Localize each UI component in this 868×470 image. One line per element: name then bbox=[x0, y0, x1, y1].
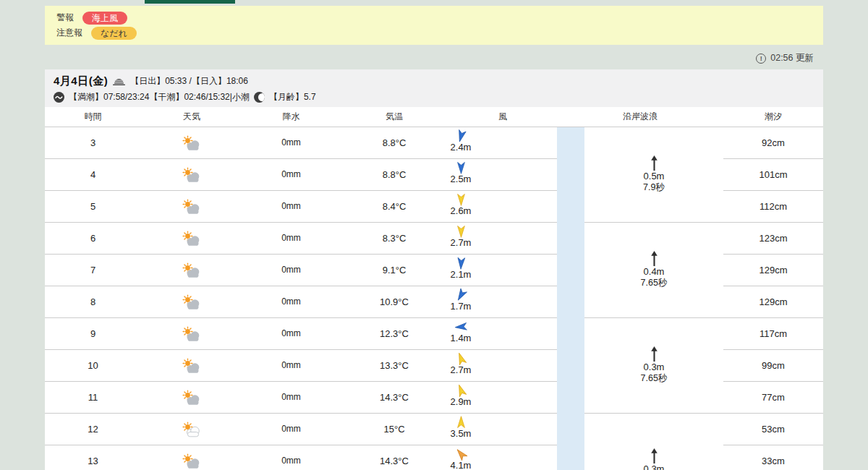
wind-cell: 2.7m bbox=[440, 350, 482, 381]
wind-speed: 1.4m bbox=[440, 333, 482, 343]
temp-cell: 14.3°C bbox=[340, 382, 448, 413]
column-header-precip: 降水 bbox=[242, 107, 340, 127]
wave-direction-arrow bbox=[650, 251, 659, 266]
tide-column: 92cm101cm112cm123cm129cm129cm117cm99cm77… bbox=[723, 127, 823, 470]
temp-cell: 8.3°C bbox=[340, 223, 448, 254]
weather-icon-sun-cloud-light bbox=[182, 422, 202, 437]
temp-cell: 10.9°C bbox=[340, 286, 448, 317]
moon-phase-icon bbox=[254, 92, 265, 103]
weather-icon-sun-cloud bbox=[182, 390, 202, 406]
updated-text: 02:56 更新 bbox=[770, 52, 814, 64]
wind-cell: 2.4m bbox=[440, 127, 482, 158]
time-cell: 12 bbox=[45, 414, 141, 445]
wind-cell: 3.5m bbox=[440, 414, 482, 445]
weather-icon-sun-cloud bbox=[182, 231, 202, 247]
time-cell: 13 bbox=[45, 445, 141, 470]
weather-icon-sun-cloud bbox=[182, 199, 202, 215]
precip-cell: 0mm bbox=[242, 127, 340, 158]
wind-direction-arrow bbox=[456, 416, 467, 429]
time-cell: 10 bbox=[45, 350, 141, 381]
tide-cell: 129cm bbox=[723, 255, 823, 286]
wind-cell: 2.9m bbox=[440, 382, 482, 413]
tide-cell: 33cm bbox=[723, 445, 823, 470]
precip-cell: 0mm bbox=[242, 414, 340, 445]
wind-speed: 2.9m bbox=[440, 396, 482, 407]
alert-box: 警報 海上風 注意報 なだれ bbox=[45, 6, 823, 45]
forecast-row-hour-6: 6 0mm8.3°C 2.7m bbox=[45, 223, 557, 255]
wind-cell: 2.7m bbox=[440, 223, 482, 254]
date-header: 4月4日(金) 【日出】05:33 /【日入】18:06 【満潮】07:58/2… bbox=[45, 69, 823, 107]
date-title: 4月4日(金) bbox=[54, 74, 108, 88]
updated-time: ! 02:56 更新 bbox=[756, 52, 814, 64]
forecast-row-hour-13: 13 0mm14.3°C 4.1m bbox=[45, 445, 557, 470]
forecast-row-hour-8: 8 0mm10.9°C 1.7m bbox=[45, 286, 557, 318]
advisory-badge[interactable]: なだれ bbox=[91, 27, 137, 40]
forecast-row-hour-5: 5 0mm8.4°C 2.6m bbox=[45, 191, 557, 223]
date-line-sun: 4月4日(金) 【日出】05:33 /【日入】18:06 bbox=[54, 74, 823, 89]
wind-cell: 1.7m bbox=[440, 286, 482, 317]
wave-group: 0.5m7.9秒 bbox=[584, 127, 723, 223]
temp-cell: 8.4°C bbox=[340, 191, 448, 222]
temp-cell: 14.3°C bbox=[340, 445, 448, 470]
tide-cell: 129cm bbox=[723, 286, 823, 318]
weather-page: 警報 海上風 注意報 なだれ ! 02:56 更新 4月4日(金) 【日出】05… bbox=[0, 0, 868, 470]
wave-period: 7.65秒 bbox=[641, 277, 668, 289]
active-nav-tab-remnant[interactable] bbox=[145, 0, 235, 4]
wave-period: 7.65秒 bbox=[641, 372, 668, 385]
precip-cell: 0mm bbox=[242, 223, 340, 254]
temp-cell: 12.3°C bbox=[340, 318, 448, 349]
precip-cell: 0mm bbox=[242, 286, 340, 317]
advisory-label: 注意報 bbox=[56, 27, 82, 39]
weather-cell bbox=[141, 223, 242, 254]
weather-cell bbox=[141, 382, 242, 413]
forecast-row-hour-7: 7 0mm9.1°C 2.1m bbox=[45, 255, 557, 286]
forecast-row-hour-12: 12 0mm15°C 3.5m bbox=[45, 414, 557, 445]
precip-cell: 0mm bbox=[242, 159, 340, 190]
alert-circle-icon: ! bbox=[756, 54, 766, 64]
tide-cell: 99cm bbox=[723, 350, 823, 382]
warning-row: 警報 海上風 bbox=[56, 12, 812, 25]
time-cell: 6 bbox=[45, 223, 141, 254]
weather-cell bbox=[141, 191, 242, 222]
weather-icon-sun-cloud bbox=[182, 135, 202, 151]
forecast-row-hour-9: 9 0mm12.3°C 1.4m bbox=[45, 318, 557, 350]
tide-cell: 77cm bbox=[723, 382, 823, 414]
tide-cell: 101cm bbox=[723, 159, 823, 191]
precip-cell: 0mm bbox=[242, 382, 340, 413]
weather-cell bbox=[141, 414, 242, 445]
table-body: 3 0mm8.8°C 2.4m4 0mm8.8°C 2.5m5 0mm8.4°C… bbox=[45, 127, 823, 470]
wave-group: 0.4m7.65秒 bbox=[584, 223, 723, 318]
weather-icon-sun-cloud bbox=[182, 294, 202, 310]
wind-cell: 1.4m bbox=[440, 318, 482, 349]
temp-cell: 9.1°C bbox=[340, 255, 448, 286]
forecast-row-hour-11: 11 0mm14.3°C 2.9m bbox=[45, 382, 557, 414]
time-cell: 5 bbox=[45, 191, 141, 222]
moon-age: 【月齢】5.7 bbox=[269, 91, 316, 103]
wave-period: 7.9秒 bbox=[643, 181, 665, 194]
tide-cell: 53cm bbox=[723, 414, 823, 445]
column-header-wind: 風 bbox=[448, 107, 557, 127]
precip-cell: 0mm bbox=[242, 350, 340, 381]
time-cell: 9 bbox=[45, 318, 141, 349]
weather-icon-sun-cloud bbox=[182, 453, 202, 469]
forecast-row-hour-10: 10 0mm13.3°C 2.7m bbox=[45, 350, 557, 382]
temp-cell: 8.8°C bbox=[340, 127, 448, 158]
wave-height: 0.5m bbox=[644, 171, 665, 181]
column-header-time: 時間 bbox=[45, 107, 141, 127]
weather-icon-sun-cloud bbox=[182, 358, 202, 374]
wave-column: 0.5m7.9秒 0.4m7.65秒 0.3m7.65秒 0.3m bbox=[584, 127, 723, 470]
weather-cell bbox=[141, 318, 242, 349]
wave-height: 0.4m bbox=[644, 266, 665, 277]
weather-cell bbox=[141, 350, 242, 381]
forecast-card: 4月4日(金) 【日出】05:33 /【日入】18:06 【満潮】07:58/2… bbox=[45, 69, 823, 470]
precip-cell: 0mm bbox=[242, 191, 340, 222]
warning-badge[interactable]: 海上風 bbox=[82, 12, 127, 25]
weather-icon-sun-cloud bbox=[182, 167, 202, 183]
tide-times: 【満潮】07:58/23:24【干潮】02:46/15:32|小潮 bbox=[69, 91, 250, 103]
column-header-temp: 気温 bbox=[340, 107, 448, 127]
weather-cell bbox=[141, 159, 242, 190]
wind-cell: 2.5m bbox=[440, 159, 482, 190]
sun-times: 【日出】05:33 /【日入】18:06 bbox=[130, 75, 248, 87]
wind-speed: 2.7m bbox=[440, 364, 482, 375]
wind-speed: 3.5m bbox=[440, 428, 482, 439]
